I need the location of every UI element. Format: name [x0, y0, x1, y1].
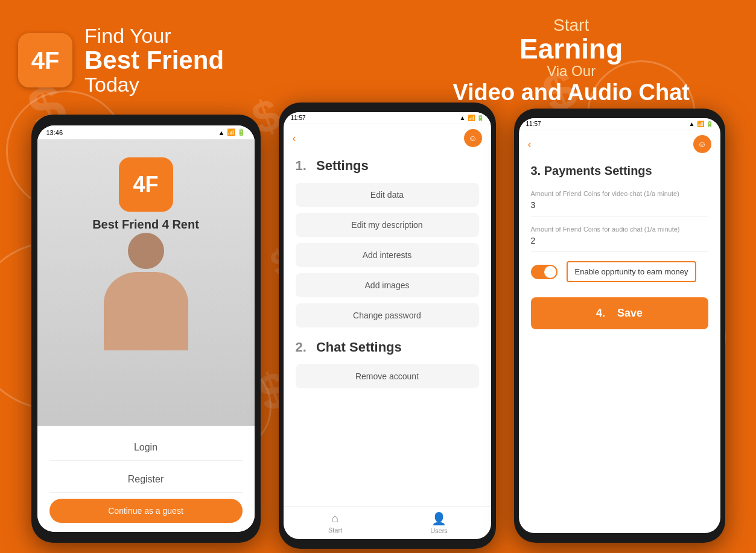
payment-content: 3. Payments Settings Amount of Friend Co…	[519, 158, 720, 533]
back-arrow-icon[interactable]: ‹	[293, 132, 296, 145]
payment-title: 3. Payments Settings	[531, 164, 708, 178]
header-best-friend: Best Friend	[84, 48, 224, 73]
section3-label: Payments Settings	[544, 164, 652, 177]
section2-label: Chat Settings	[316, 340, 402, 355]
add-images-button[interactable]: Add images	[296, 273, 479, 297]
header-today: Today	[84, 73, 224, 96]
phone2-content: 11:57 ▲ 📶 🔋 ‹ ☺ 1. Settings	[284, 112, 491, 539]
nav-users-label: Users	[430, 527, 448, 534]
header-earning: Earning	[453, 35, 690, 63]
toggle-row: Enable opprtunity to earn money	[531, 261, 708, 282]
phone3-time: 11:57	[526, 121, 541, 127]
section3-num: 3.	[531, 164, 541, 177]
add-interests-button[interactable]: Add interests	[296, 243, 479, 267]
header: 4F Find Your Best Friend Today Start Ear…	[0, 0, 756, 121]
users-icon: 👤	[431, 511, 446, 526]
phone1-status-icons: ▲ 📶 🔋	[218, 128, 246, 136]
app-logo-inner-text: 4F	[133, 172, 158, 197]
edit-description-button[interactable]: Edit my description	[296, 213, 479, 237]
phone1-frame: 13:46 ▲ 📶 🔋	[31, 115, 261, 543]
battery-icon: 🔋	[237, 128, 246, 136]
earn-tooltip: Enable opprtunity to earn money	[567, 261, 697, 282]
edit-data-button[interactable]: Edit data	[296, 183, 479, 207]
settings-section2-title: 2. Chat Settings	[296, 340, 479, 355]
back-arrow-icon3[interactable]: ‹	[528, 138, 532, 151]
phone2-navbar: ⌂ Start 👤 Users	[284, 506, 491, 539]
audio-chat-label: Amount of Friend Coins for audio chat (1…	[531, 226, 708, 233]
nav-users[interactable]: 👤 Users	[387, 511, 491, 534]
phone3-frame: 11:57 ▲ 📶 🔋 ‹ ☺ 3.	[514, 109, 725, 543]
person-head	[128, 233, 164, 269]
phone3-content: 11:57 ▲ 📶 🔋 ‹ ☺ 3.	[519, 118, 720, 533]
app-logo-inner: 4F	[119, 157, 173, 212]
settings-content: 1. Settings Edit data Edit my descriptio…	[284, 152, 491, 506]
header-via: Via Our	[453, 63, 690, 80]
save-label: Save	[617, 307, 643, 319]
video-chat-value: 3	[531, 200, 708, 216]
phone3-topbar: ‹ ☺	[519, 130, 720, 158]
phone2-topbar: ‹ ☺	[284, 124, 491, 152]
header-start: Start	[453, 16, 690, 35]
phone3-status-icons: ▲ 📶 🔋	[689, 121, 713, 127]
toggle-knob	[544, 266, 556, 278]
earn-toggle[interactable]	[531, 265, 557, 279]
phones-area: 13:46 ▲ 📶 🔋	[0, 103, 756, 553]
profile-icon3[interactable]: ☺	[693, 135, 711, 153]
save-num: 4.	[596, 307, 605, 319]
header-left-text: Find Your Best Friend Today	[84, 24, 224, 96]
signal-icon3: 📶	[697, 121, 704, 127]
change-password-button[interactable]: Change password	[296, 303, 479, 327]
guest-button[interactable]: Continue as a guest	[49, 499, 243, 523]
person-body	[104, 272, 188, 350]
phone3-screen: 11:57 ▲ 📶 🔋 ‹ ☺ 3.	[519, 118, 720, 533]
save-button[interactable]: 4. Save	[531, 297, 708, 329]
register-button[interactable]: Register	[49, 467, 243, 493]
phone1-bottom: Login Register Continue as a guest	[37, 426, 255, 532]
nav-start-label: Start	[328, 526, 342, 534]
header-video-audio: Video and Audio Chat	[453, 80, 690, 106]
phone2-screen: 11:57 ▲ 📶 🔋 ‹ ☺ 1. Settings	[284, 112, 491, 539]
person-silhouette	[86, 233, 206, 353]
home-icon: ⌂	[331, 511, 338, 525]
phone1-content: 13:46 ▲ 📶 🔋	[37, 125, 255, 532]
logo-text: 4F	[31, 47, 60, 74]
login-button[interactable]: Login	[49, 435, 243, 461]
video-chat-label: Amount of Friend Coins for video chat (1…	[531, 190, 708, 197]
header-right-text: Start Earning Via Our Video and Audio Ch…	[453, 16, 690, 106]
app-name-label: Best Friend 4 Rent	[92, 218, 199, 232]
phone1-screen: 13:46 ▲ 📶 🔋	[37, 125, 255, 532]
section2-num: 2.	[296, 340, 307, 355]
settings-section1-title: 1. Settings	[296, 158, 479, 174]
app-logo: 4F	[18, 33, 72, 87]
earn-tooltip-text: Enable opprtunity to earn money	[575, 267, 688, 276]
wifi-icon3: ▲	[689, 121, 695, 127]
phone1-time: 13:46	[46, 129, 63, 136]
audio-chat-value: 2	[531, 236, 708, 252]
wifi-icon: ▲	[218, 129, 225, 136]
section1-num: 1.	[296, 158, 307, 173]
header-find: Find Your	[84, 24, 224, 48]
nav-start[interactable]: ⌂ Start	[284, 511, 387, 534]
phone2-frame: 11:57 ▲ 📶 🔋 ‹ ☺ 1. Settings	[279, 103, 496, 549]
phone1-background: 4F Best Friend 4 Rent	[37, 139, 255, 426]
profile-icon[interactable]: ☺	[464, 129, 482, 147]
signal-icon: 📶	[227, 128, 235, 136]
remove-account-button[interactable]: Remove account	[296, 364, 479, 388]
battery-icon3: 🔋	[706, 121, 713, 127]
phone1-status-bar: 13:46 ▲ 📶 🔋	[37, 125, 255, 139]
section1-label: Settings	[316, 158, 369, 173]
